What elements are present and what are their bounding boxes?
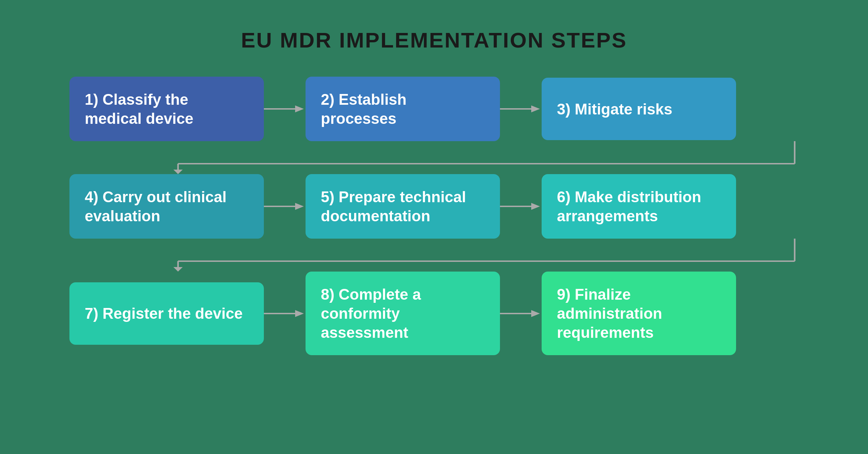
row-3: 7) Register the device 8) Complete a con… xyxy=(69,272,799,355)
step-7: 7) Register the device xyxy=(69,282,264,345)
step-8: 8) Complete a conformity assessment xyxy=(306,272,500,355)
step-1: 1) Classify the medical device xyxy=(69,77,264,141)
arrow-4-5 xyxy=(264,199,306,213)
arrow-7-8 xyxy=(264,307,306,320)
diagram: 1) Classify the medical device 2) Establ… xyxy=(69,77,799,355)
page-title: EU MDR IMPLEMENTATION STEPS xyxy=(241,28,627,52)
svg-marker-19 xyxy=(531,310,540,317)
connector-row1-row2 xyxy=(69,141,799,174)
step-2: 2) Establish processes xyxy=(306,77,500,141)
svg-marker-1 xyxy=(295,105,304,112)
svg-marker-9 xyxy=(295,203,304,210)
arrow-5-6 xyxy=(500,199,542,213)
connector-row2-row3 xyxy=(69,239,799,272)
row-1: 1) Classify the medical device 2) Establ… xyxy=(69,77,799,141)
arrow-8-9 xyxy=(500,307,542,320)
step-5: 5) Prepare technical documentation xyxy=(306,174,500,239)
svg-marker-15 xyxy=(173,267,183,272)
arrow-2-3 xyxy=(500,102,542,116)
svg-marker-11 xyxy=(531,203,540,210)
step-6: 6) Make distribution arrangements xyxy=(542,174,736,239)
arrow-1-2 xyxy=(264,102,306,116)
step-4: 4) Carry out clinical evaluation xyxy=(69,174,264,239)
svg-marker-3 xyxy=(531,105,540,112)
svg-marker-17 xyxy=(295,310,304,317)
step-9: 9) Finalize administration requirements xyxy=(542,272,736,355)
step-3: 3) Mitigate risks xyxy=(542,78,736,140)
svg-marker-7 xyxy=(173,170,183,174)
row-2: 4) Carry out clinical evaluation 5) Prep… xyxy=(69,174,799,239)
